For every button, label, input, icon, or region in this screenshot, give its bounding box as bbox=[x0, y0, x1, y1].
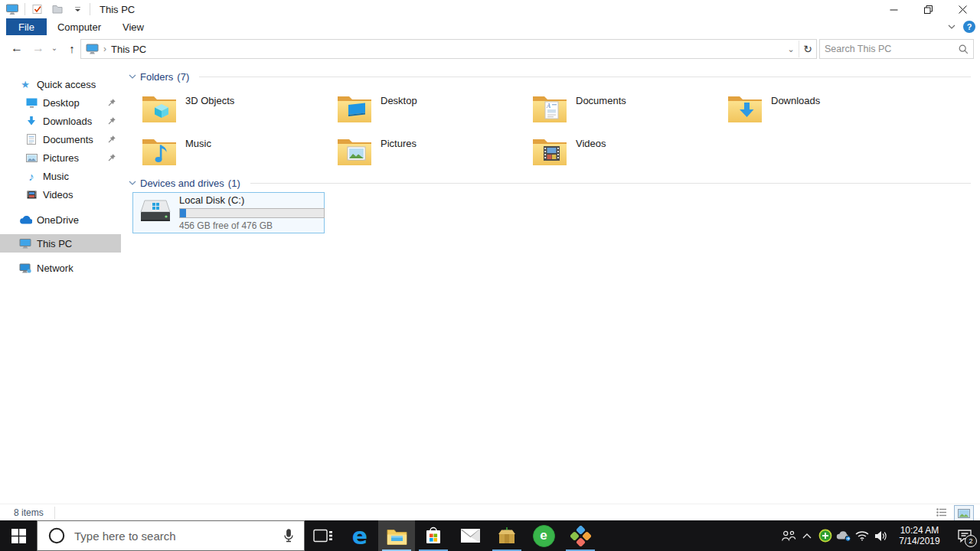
collapse-group-icon[interactable] bbox=[129, 181, 136, 185]
status-bar: 8 items bbox=[0, 504, 980, 521]
sidebar-item-videos[interactable]: Videos bbox=[0, 185, 121, 204]
this-pc-icon bbox=[18, 239, 32, 249]
drive-usage-fill bbox=[180, 209, 186, 217]
taskbar: e e bbox=[0, 520, 980, 551]
tab-file[interactable]: File bbox=[6, 18, 47, 35]
pin-icon bbox=[108, 116, 116, 125]
action-center-button[interactable]: 2 bbox=[949, 520, 980, 551]
file-explorer-icon bbox=[387, 527, 407, 545]
group-header-devices[interactable]: Devices and drives (1) bbox=[129, 175, 971, 191]
restore-button[interactable] bbox=[911, 0, 946, 18]
refresh-icon[interactable]: ↻ bbox=[799, 41, 816, 57]
3d-objects-folder-icon bbox=[141, 92, 178, 126]
show-hidden-icons-chevron[interactable] bbox=[798, 520, 816, 551]
cortana-icon bbox=[48, 527, 65, 544]
breadcrumb-this-pc[interactable]: This PC bbox=[111, 44, 146, 55]
wifi-icon[interactable] bbox=[853, 520, 871, 551]
sidebar-item-network[interactable]: Network bbox=[0, 259, 121, 277]
pin-icon bbox=[108, 135, 116, 143]
recent-locations-icon[interactable]: ⌄ bbox=[49, 35, 60, 61]
desktop-icon bbox=[24, 98, 38, 108]
sidebar-item-this-pc[interactable]: This PC bbox=[0, 234, 121, 253]
taskbar-app-mail[interactable] bbox=[452, 520, 488, 551]
green-browser-icon: e bbox=[533, 525, 555, 547]
pinwheel-app-icon bbox=[570, 526, 591, 546]
volume-icon[interactable] bbox=[871, 520, 890, 551]
drive-usage-bar bbox=[179, 208, 325, 218]
software-box-icon bbox=[497, 527, 517, 546]
properties-icon[interactable] bbox=[30, 2, 45, 17]
documents-folder-icon: A bbox=[531, 92, 568, 126]
search-icon[interactable] bbox=[959, 44, 969, 54]
onedrive-cloud-icon bbox=[18, 216, 32, 224]
clock-date: 7/14/2019 bbox=[893, 536, 946, 546]
customize-toolbar-icon[interactable] bbox=[70, 2, 85, 17]
onedrive-sync-tray-icon[interactable] bbox=[835, 520, 853, 551]
folder-tile-3d-objects[interactable]: 3D Objects bbox=[132, 90, 324, 129]
music-icon: ♪ bbox=[24, 170, 38, 183]
taskbar-app-pinwheel[interactable] bbox=[562, 520, 599, 551]
taskbar-app-store[interactable] bbox=[415, 520, 452, 551]
sidebar-item-pictures[interactable]: Pictures bbox=[0, 148, 121, 167]
pictures-folder-icon bbox=[336, 135, 373, 168]
collapse-ribbon-icon[interactable] bbox=[948, 24, 956, 29]
folder-tile-videos[interactable]: Videos bbox=[522, 132, 714, 172]
help-icon[interactable]: ? bbox=[963, 21, 975, 33]
sidebar-item-documents[interactable]: Documents bbox=[0, 130, 121, 148]
taskbar-app-software-box[interactable] bbox=[488, 520, 525, 551]
new-folder-icon[interactable] bbox=[50, 2, 65, 17]
sidebar-item-onedrive[interactable]: OneDrive bbox=[0, 210, 121, 229]
search-input[interactable] bbox=[820, 44, 959, 54]
taskbar-search[interactable] bbox=[37, 520, 305, 551]
sidebar-item-downloads[interactable]: Downloads bbox=[0, 112, 121, 130]
svg-text:A: A bbox=[546, 103, 550, 109]
up-button[interactable]: ↑ bbox=[64, 35, 80, 61]
tab-view[interactable]: View bbox=[112, 18, 155, 35]
group-header-folders[interactable]: Folders (7) bbox=[129, 69, 971, 84]
folder-tile-desktop[interactable]: Desktop bbox=[327, 90, 519, 129]
folder-tile-downloads[interactable]: Downloads bbox=[717, 90, 910, 129]
collapse-group-icon[interactable] bbox=[129, 74, 136, 79]
folder-tile-music[interactable]: Music bbox=[132, 132, 324, 172]
sidebar-item-quick-access[interactable]: ★ Quick access bbox=[0, 75, 121, 93]
file-list-pane: Folders (7) 3D Objects Desktop A Documen… bbox=[121, 61, 980, 504]
antivirus-tray-icon[interactable] bbox=[816, 520, 835, 551]
folder-tile-pictures[interactable]: Pictures bbox=[327, 132, 519, 172]
pictures-icon bbox=[24, 154, 38, 162]
sidebar: ★ Quick access Desktop Downloads Documen… bbox=[0, 61, 121, 504]
taskbar-search-input[interactable] bbox=[73, 529, 283, 543]
forward-button[interactable]: → bbox=[31, 35, 46, 61]
close-button[interactable] bbox=[946, 0, 980, 18]
back-button[interactable]: ← bbox=[9, 35, 24, 61]
search-box[interactable] bbox=[819, 39, 974, 59]
taskbar-app-file-explorer[interactable] bbox=[378, 520, 415, 551]
music-folder-icon bbox=[141, 135, 178, 168]
titlebar: This PC bbox=[0, 0, 980, 18]
taskbar-clock[interactable]: 10:24 AM 7/14/2019 bbox=[893, 525, 946, 546]
address-dropdown-icon[interactable]: ⌄ bbox=[783, 44, 799, 54]
taskbar-app-edge[interactable]: e bbox=[341, 520, 378, 551]
breadcrumb[interactable]: › This PC bbox=[81, 44, 783, 55]
people-icon[interactable] bbox=[779, 520, 798, 551]
task-view-button[interactable] bbox=[305, 520, 341, 551]
tab-computer[interactable]: Computer bbox=[47, 18, 112, 35]
divider bbox=[90, 3, 90, 15]
minimize-button[interactable] bbox=[877, 0, 911, 18]
microphone-icon[interactable] bbox=[283, 529, 295, 543]
address-bar[interactable]: › This PC ⌄ ↻ bbox=[80, 39, 817, 59]
pin-icon bbox=[108, 98, 116, 106]
drive-tile-local-disk-c[interactable]: Local Disk (C:) 456 GB free of 476 GB bbox=[132, 192, 325, 233]
sidebar-item-desktop[interactable]: Desktop bbox=[0, 93, 121, 112]
videos-folder-icon bbox=[531, 135, 568, 168]
edge-icon: e bbox=[352, 523, 368, 549]
taskbar-app-green-browser[interactable]: e bbox=[525, 520, 562, 551]
details-view-button[interactable] bbox=[933, 505, 951, 520]
folder-tile-documents[interactable]: A Documents bbox=[522, 90, 714, 129]
sidebar-item-music[interactable]: ♪ Music bbox=[0, 167, 121, 185]
downloads-icon bbox=[24, 116, 38, 126]
group-rule bbox=[250, 183, 971, 184]
start-button[interactable] bbox=[0, 520, 37, 551]
microsoft-store-icon bbox=[424, 526, 443, 546]
large-icons-view-button[interactable] bbox=[954, 505, 974, 521]
notification-badge: 2 bbox=[965, 535, 977, 547]
